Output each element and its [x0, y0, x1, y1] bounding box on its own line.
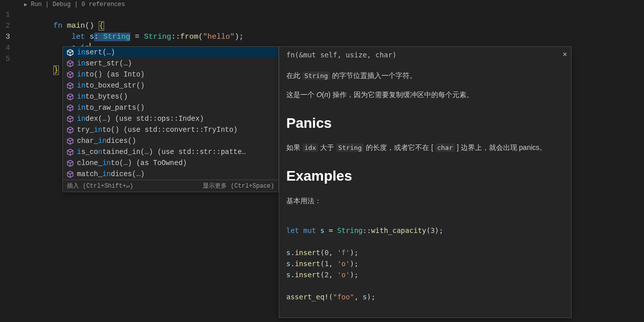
suggest-item[interactable]: into_boxed_str() [63, 80, 278, 91]
doc-paragraph: 在此 String 的字节位置插入一个字符。 [286, 70, 564, 82]
doc-paragraph: 这是一个 O(n) 操作，因为它需要复制缓冲区中的每个元素。 [286, 89, 564, 101]
suggest-label: index(…) (use std::ops::Index) [77, 115, 204, 123]
method-icon [66, 159, 74, 167]
method-icon [66, 137, 74, 145]
suggest-item[interactable]: char_indices() [63, 135, 278, 146]
suggest-label: insert_str(…) [77, 59, 132, 67]
code-line[interactable]: 3 s.in [0, 32, 644, 43]
suggest-label: into() (as Into) [77, 70, 144, 78]
suggest-item[interactable]: into_raw_parts() [63, 102, 278, 113]
suggest-item[interactable]: clone_into(…) (as ToOwned) [63, 157, 278, 169]
method-icon [66, 70, 74, 78]
suggest-item[interactable]: try_into() (use std::convert::TryInto) [63, 124, 278, 135]
line-number: 4 [0, 43, 17, 54]
suggest-label: is_contained_in(…) (use std::str::patte… [77, 148, 246, 156]
doc-signature: fn(&mut self, usize, char) [286, 51, 396, 59]
suggest-label: insert(…) [77, 48, 115, 56]
suggest-label: into_bytes() [77, 93, 128, 101]
suggest-label: into_boxed_str() [77, 82, 144, 90]
intellisense-popup[interactable]: insert(…)insert_str(…)into() (as Into)in… [62, 46, 279, 192]
line-number: 1 [0, 10, 17, 21]
doc-paragraph: 基本用法： [286, 195, 564, 207]
suggest-label: try_into() (use std::convert::TryInto) [77, 126, 237, 134]
method-icon [66, 170, 74, 178]
line-number: 3 [0, 32, 17, 43]
suggest-label: char_indices() [77, 137, 136, 145]
close-brace: } [53, 65, 59, 75]
suggest-footer: 插入 (Ctrl+Shift+↵)显示更多 (Ctrl+Space) [63, 180, 278, 192]
codelens-run[interactable]: Run [31, 1, 42, 8]
code-line[interactable]: 2 let s: String = String::from("hello"); [0, 21, 644, 32]
suggest-item[interactable]: into_bytes() [63, 91, 278, 102]
line-number: 5 [0, 54, 17, 65]
suggest-hint-more[interactable]: 显示更多 (Ctrl+Space) [203, 182, 274, 190]
method-icon [66, 82, 74, 90]
doc-code-block: let mut s = String::with_capacity(3); s.… [286, 214, 564, 313]
line-number: 2 [0, 21, 17, 32]
suggest-label: clone_into(…) (as ToOwned) [77, 159, 187, 167]
method-icon [66, 148, 74, 156]
code-editor[interactable]: ▶ Run | Debug | 0 references 1 fn main()… [0, 0, 644, 65]
method-icon [66, 126, 74, 134]
suggest-hint-insert[interactable]: 插入 (Ctrl+Shift+↵) [67, 182, 133, 190]
suggest-item[interactable]: is_contained_in(…) (use std::str::patte… [63, 146, 278, 157]
doc-heading-panics: Panics [286, 111, 564, 135]
suggest-label: into_raw_parts() [77, 104, 144, 112]
codelens-references[interactable]: 0 references [82, 1, 125, 8]
suggest-item[interactable]: insert_str(…) [63, 58, 278, 69]
method-icon [66, 48, 74, 56]
method-icon [66, 115, 74, 123]
run-triangle-icon: ▶ [24, 2, 27, 8]
method-icon [66, 104, 74, 112]
suggest-label: match_indices(…) [77, 170, 144, 178]
codelens-debug[interactable]: Debug [52, 1, 70, 8]
method-icon [66, 59, 74, 67]
doc-paragraph: 如果 idx 大于 String 的长度，或者它不在 [ char ] 边界上，… [286, 142, 564, 154]
doc-heading-examples: Examples [286, 164, 564, 188]
documentation-popup[interactable]: fn(&mut self, usize, char) ✕ 在此 String 的… [279, 46, 572, 318]
code-lens-row: ▶ Run | Debug | 0 references [0, 0, 644, 10]
method-icon [66, 93, 74, 101]
suggest-item[interactable]: index(…) (use std::ops::Index) [63, 113, 278, 124]
close-icon[interactable]: ✕ [563, 50, 567, 58]
code-line[interactable]: 1 fn main() { [0, 10, 644, 21]
suggest-item[interactable]: insert(…) [63, 47, 278, 58]
suggest-item[interactable]: into() (as Into) [63, 69, 278, 80]
suggest-item[interactable]: match_indices(…) [63, 169, 278, 180]
